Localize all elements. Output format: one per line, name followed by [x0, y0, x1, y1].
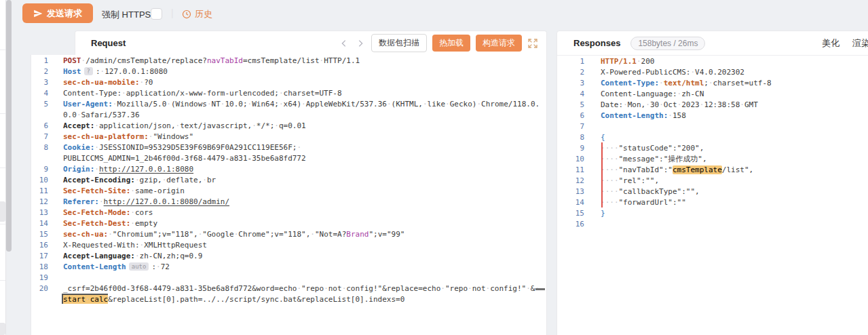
line-content: X-Powered-PublicCMS:·V4.0.202302	[584, 67, 744, 78]
code-line: 16X-Requested-With:·XMLHttpRequest	[31, 240, 546, 251]
code-line: 11····"navTabId":"cmsTemplate/list",	[557, 165, 868, 176]
force-https-checkbox[interactable]	[151, 8, 162, 20]
code-line: 6Accept:·application/json,·text/javascri…	[31, 121, 546, 132]
list-divider	[0, 280, 5, 281]
code-line: 11Sec-Fetch-Site:·same-origin	[31, 186, 546, 197]
code-line: 18Content-Lengthauto:·72	[31, 262, 546, 273]
line-content: Content-Language:·zh-CN	[584, 89, 704, 100]
line-number: 15	[557, 208, 584, 219]
line-content: Accept-Encoding:·gzip,·deflate,·br	[48, 175, 216, 186]
line-number: 8	[31, 142, 48, 153]
line-content: start·calc&replaceList[0].path=../../scr…	[48, 294, 404, 305]
code-line: 4Content-Type:·application/x-www-form-ur…	[31, 88, 546, 99]
line-number: 20	[31, 283, 48, 294]
response-panel: Responses 158bytes / 26ms 美化 渲染 1HTTP/1.…	[556, 31, 868, 335]
hot-load-button[interactable]: 热加载	[432, 35, 470, 52]
line-number: 6	[557, 111, 584, 121]
force-https-label: 强制 HTTPS	[102, 9, 151, 21]
line-number: 18	[31, 262, 48, 273]
line-content: POST·/admin/cmsTemplate/replace?navTabId…	[48, 56, 360, 66]
render-button[interactable]: 渲染	[852, 37, 868, 50]
line-number: 10	[557, 154, 584, 165]
code-line: 15}	[557, 208, 868, 219]
construct-request-button[interactable]: 构造请求	[476, 35, 522, 52]
line-number: 3	[31, 77, 48, 88]
line-content: Referer:·http://127.0.0.1:8080/admin/	[48, 197, 229, 208]
code-line: 7	[557, 121, 868, 132]
request-panel-header: Request 数据包扫描 热加载 构造请求	[75, 31, 547, 55]
line-content: }	[584, 208, 605, 219]
response-meta-badge: 158bytes / 26ms	[630, 37, 705, 50]
line-number: 9	[557, 143, 584, 154]
line-number: 12	[31, 197, 48, 208]
code-line: 10Accept-Encoding:·gzip,·deflate,·br	[31, 175, 546, 186]
code-line: start·calc&replaceList[0].path=../../scr…	[31, 294, 546, 305]
code-line: 13····"callbackType":"",	[557, 186, 868, 197]
list-divider	[0, 113, 5, 114]
line-number: 11	[557, 165, 584, 176]
line-content: sec-ch-ua:·"Chromium";v="118",·"Google·C…	[48, 229, 404, 240]
line-number: 4	[557, 89, 584, 100]
line-number: 6	[31, 121, 48, 132]
line-number: 13	[557, 186, 584, 197]
code-line: 2X-Powered-PublicCMS:·V4.0.202302	[557, 67, 868, 78]
expand-icon[interactable]	[527, 38, 538, 49]
code-line: 5Date:·Mon,·30·Oct·2023·12:38:58·GMT	[557, 100, 868, 111]
line-content: X-Requested-With:·XMLHttpRequest	[48, 240, 207, 251]
list-item	[0, 201, 5, 222]
response-editor[interactable]: 1HTTP/1.1·2002X-Powered-PublicCMS:·V4.0.…	[557, 56, 868, 230]
list-divider	[0, 224, 5, 224]
code-line: 3sec-ch-ua-mobile:·?0	[31, 77, 546, 88]
code-line: 15sec-ch-ua:·"Chromium";v="118",·"Google…	[31, 229, 546, 240]
line-content: Content-Type:·text/html;·charset=utf-8	[584, 78, 772, 89]
line-content: Cookie:·JSESSIONID=95329D5E39F69B69F0A29…	[48, 142, 301, 153]
line-content: User-Agent:·Mozilla/5.0·(Windows·NT·10.0…	[48, 99, 540, 110]
code-line: 0.0·Safari/537.36	[31, 110, 546, 121]
line-content: Sec-Fetch-Site:·same-origin	[48, 186, 185, 197]
list-divider	[0, 168, 5, 168]
list-divider	[0, 50, 5, 50]
code-line: 8{	[557, 132, 868, 143]
line-content: Content-Lengthauto:·72	[48, 262, 170, 273]
chevron-left-icon[interactable]	[339, 38, 350, 49]
chevron-right-icon[interactable]	[355, 38, 366, 49]
line-number: 3	[557, 78, 584, 89]
line-number: 1	[557, 56, 584, 67]
line-number: 19	[31, 273, 48, 283]
packet-scan-button[interactable]: 数据包扫描	[371, 34, 427, 52]
line-number: 2	[31, 66, 48, 77]
line-content: sec-ch-ua-mobile:·?0	[48, 77, 153, 88]
code-line: 14Sec-Fetch-Dest:·empty	[31, 218, 546, 229]
line-content: ····"forwardUrl":""	[584, 197, 686, 208]
collapsed-history-panel	[0, 0, 6, 335]
line-content: HTTP/1.1·200	[584, 56, 654, 67]
line-number: 7	[557, 121, 584, 132]
request-title: Request	[91, 38, 126, 48]
line-content: ····"rel":"",	[584, 176, 659, 186]
line-number: 10	[31, 175, 48, 186]
topbar-divider: |	[171, 7, 174, 18]
line-number: 17	[31, 251, 48, 262]
line-number: 2	[557, 67, 584, 78]
line-number: 1	[31, 56, 48, 66]
request-controls: 数据包扫描 热加载 构造请求	[339, 34, 538, 52]
line-content: Origin:·http://127.0.0.1:8080	[48, 164, 193, 175]
code-line: 20_csrf=2b46f00d-3f68-4479-a831-35be6a8f…	[31, 283, 546, 294]
line-content: Date:·Mon,·30·Oct·2023·12:38:58·GMT	[584, 100, 758, 111]
code-line: 14····"forwardUrl":""	[557, 197, 868, 208]
code-line: 19	[31, 273, 546, 283]
code-line: 6Content-Length:·158	[557, 111, 868, 121]
scrollbar-thumb[interactable]	[6, 0, 12, 252]
line-number: 5	[557, 100, 584, 111]
json-indent-guide	[601, 142, 603, 208]
history-button[interactable]: 历史	[182, 8, 212, 20]
response-title: Responses	[573, 38, 620, 48]
code-line: 5User-Agent:·Mozilla/5.0·(Windows·NT·10.…	[31, 99, 546, 110]
send-request-label: 发送请求	[47, 7, 82, 20]
line-content: _csrf=2b46f00d-3f68-4479-a831-35be6a8fd7…	[48, 283, 540, 294]
beautify-button[interactable]: 美化	[822, 37, 839, 50]
request-editor[interactable]: 1POST·/admin/cmsTemplate/replace?navTabI…	[31, 55, 547, 335]
line-number: 14	[31, 218, 48, 229]
send-request-button[interactable]: 发送请求	[22, 3, 93, 23]
overview-ruler-mark	[535, 288, 545, 290]
